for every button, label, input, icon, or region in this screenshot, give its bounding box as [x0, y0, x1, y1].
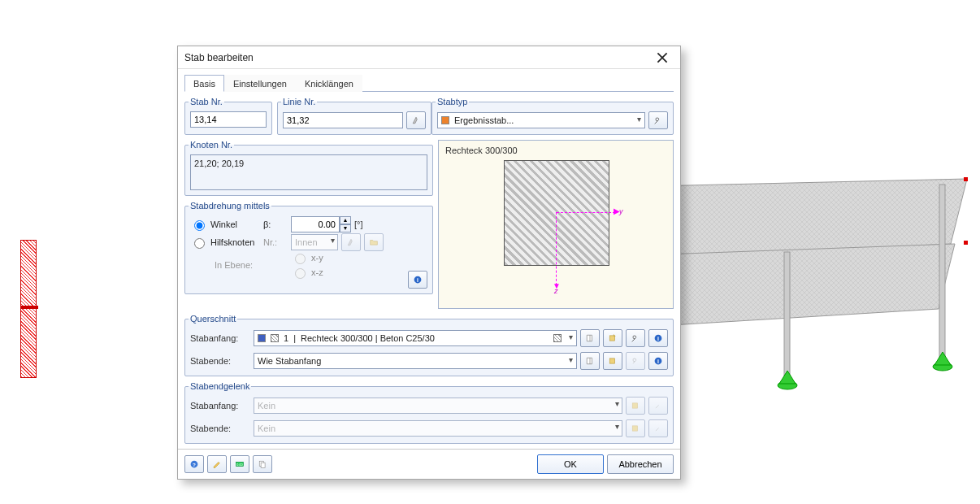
ok-button[interactable]: OK: [537, 454, 604, 474]
new-icon: [631, 423, 640, 434]
new-icon: [631, 400, 640, 411]
svg-text:i: i: [417, 277, 418, 283]
wrench-icon: [631, 332, 640, 344]
close-icon: [657, 52, 668, 63]
svg-text:0.00: 0.00: [236, 463, 242, 467]
svg-text:i: i: [657, 336, 659, 341]
radio-hilfsknoten-row[interactable]: Hilfsknoten: [190, 236, 260, 249]
qs-ende-library-button[interactable]: [580, 352, 600, 370]
rotation-info-button[interactable]: i: [408, 271, 427, 289]
section-preview: Rechteck 300/300 y z: [438, 140, 674, 309]
beta-spinner[interactable]: ▲ ▼: [291, 216, 351, 232]
section-gelenk: Stabendgelenk Stabanfang: Kein Stabende:…: [184, 381, 674, 444]
radio-winkel[interactable]: [194, 220, 205, 231]
qs-anfang-text: Rechteck 300/300 | Beton C25/30: [301, 333, 435, 343]
qs-ende-select[interactable]: Wie Stabanfang: [254, 353, 577, 369]
gelenk-anfang-select: Kein: [254, 398, 622, 414]
edit-mode-button[interactable]: [207, 455, 227, 473]
label-in-ebene: In Ebene:: [190, 260, 260, 270]
radio-xz: [295, 268, 306, 279]
radio-xy-row: x-y: [291, 251, 427, 264]
svg-text:?: ?: [193, 462, 196, 467]
wrench-icon: [654, 423, 662, 434]
svg-rect-6: [964, 241, 968, 245]
folder-icon: [370, 237, 378, 248]
new-node-button: [364, 233, 384, 251]
linie-nr-input[interactable]: [283, 112, 403, 128]
edit-member-dialog: Stab bearbeiten Basis Einstellungen Knic…: [177, 46, 681, 480]
copy-button[interactable]: [253, 455, 272, 473]
beta-spin-down[interactable]: ▼: [340, 224, 351, 232]
label-rotation: Stabdrehung mittels: [189, 201, 271, 211]
gelenk-ende-new-button: [626, 419, 645, 437]
wrench-icon: [654, 115, 662, 126]
axis-z: [556, 212, 557, 285]
radio-winkel-row[interactable]: Winkel: [190, 218, 260, 231]
label-stab-nr: Stab Nr.: [189, 97, 224, 106]
svg-rect-26: [261, 463, 265, 467]
label-linie-nr: Linie Nr.: [281, 97, 317, 106]
wrench-icon: [631, 355, 640, 367]
svg-marker-10: [934, 352, 951, 365]
qs-hatch-icon: [271, 334, 279, 342]
qs-ende-info-button[interactable]: i: [648, 352, 668, 370]
help-icon: ?: [190, 458, 198, 470]
radio-xy: [295, 254, 306, 264]
svg-rect-16: [609, 358, 614, 363]
gelenk-ende-edit-button: [648, 419, 668, 437]
label-qs-anfang: Stabanfang:: [190, 333, 250, 343]
gelenk-anfang-new-button: [626, 397, 645, 415]
tab-einstellungen[interactable]: Einstellungen: [224, 75, 296, 92]
pick-line-button[interactable]: [406, 111, 426, 129]
beta-input[interactable]: [291, 216, 340, 232]
qs-anfang-num: 1: [284, 333, 288, 343]
section-querschnitt: Querschnitt Stabanfang: 1 | Rechteck 300…: [184, 314, 674, 376]
svg-rect-4: [939, 185, 945, 363]
info-icon: i: [654, 355, 662, 367]
qs-ende-new-button[interactable]: [603, 352, 622, 370]
book-icon: [586, 332, 594, 344]
qs-info-button[interactable]: i: [648, 329, 668, 347]
help-button[interactable]: ?: [184, 455, 204, 473]
wrench-icon: [654, 400, 662, 411]
units-button[interactable]: 0.00: [230, 455, 249, 473]
radio-hilfsknoten[interactable]: [194, 238, 205, 249]
pick-node-button: [341, 233, 361, 251]
preview-cross-section: [504, 160, 609, 266]
titlebar[interactable]: Stab bearbeiten: [178, 46, 680, 69]
svg-point-7: [778, 381, 797, 389]
background-member: [20, 240, 37, 378]
stabtyp-edit-button[interactable]: [648, 111, 668, 129]
tab-knicklaengen[interactable]: Knicklängen: [296, 75, 362, 92]
section-knoten-nr: Knoten Nr. 21,20; 20,19: [184, 140, 433, 196]
qs-anfang-select[interactable]: 1 | Rechteck 300/300 | Beton C25/30: [254, 330, 577, 346]
label-knoten-nr: Knoten Nr.: [189, 140, 234, 150]
close-button[interactable]: [646, 47, 679, 68]
section-rotation: Stabdrehung mittels Winkel β: ▲: [184, 201, 433, 294]
qs-hatch-icon: [553, 334, 562, 342]
tab-basis[interactable]: Basis: [184, 75, 224, 92]
units-icon: 0.00: [236, 458, 244, 470]
copy-icon: [258, 458, 267, 470]
qs-ende-edit-button: [626, 352, 645, 370]
label-stabtyp: Stabtyp: [436, 97, 469, 106]
stabtyp-select[interactable]: Ergebnisstab...: [437, 112, 645, 128]
svg-text:i: i: [657, 358, 659, 364]
preview-title: Rechteck 300/300: [445, 146, 518, 155]
qs-library-button[interactable]: [580, 329, 600, 347]
cancel-button[interactable]: Abbrechen: [607, 454, 674, 474]
hilfsknoten-select: Innen: [291, 234, 338, 250]
svg-rect-5: [964, 177, 968, 181]
label-qs-ende: Stabende:: [190, 356, 250, 366]
qs-new-button[interactable]: [603, 329, 622, 347]
qs-ende-text: Wie Stabanfang: [258, 356, 321, 366]
new-icon: [609, 355, 617, 367]
label-gelenk-ende: Stabende:: [190, 424, 250, 433]
gelenk-ende-select: Kein: [254, 420, 622, 437]
stab-nr-input[interactable]: [190, 111, 267, 128]
qs-edit-button[interactable]: [626, 329, 645, 347]
axis-y: [557, 212, 615, 213]
svg-rect-20: [632, 426, 637, 431]
book-icon: [586, 355, 594, 367]
beta-spin-up[interactable]: ▲: [340, 216, 351, 224]
